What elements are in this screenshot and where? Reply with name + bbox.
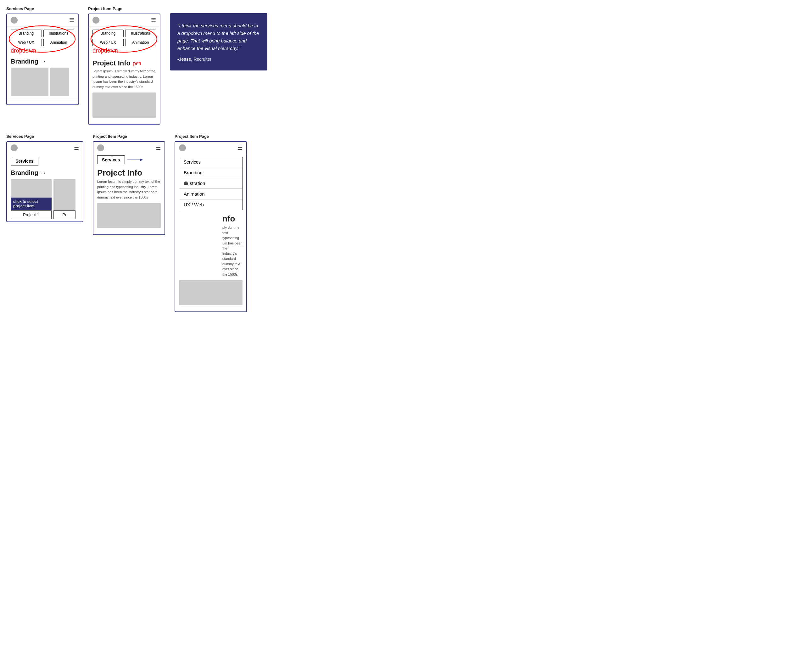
- hamburger-2: ☰: [151, 17, 156, 24]
- lorem-text-2: Lorem Ipsum is simply dummy text of the …: [89, 69, 160, 92]
- top-row: Services Page ☰ Branding Illustrations W…: [6, 6, 398, 124]
- project-info-title-3: Project Info: [93, 165, 164, 179]
- spacer-3: [93, 231, 164, 234]
- quote-author-name: -Jesse,: [177, 57, 192, 62]
- placeholder-row-1: [7, 68, 78, 99]
- spacer-1: [7, 101, 78, 104]
- dropdown-item-services[interactable]: Services: [179, 157, 242, 167]
- nav-buttons-area-2: Branding Illustrations Web / UX Animatio…: [89, 27, 160, 46]
- placeholder-img-5: [179, 280, 243, 305]
- branding-row-1: Branding →: [7, 57, 78, 68]
- placeholder-img-3: [92, 92, 156, 118]
- bottom-project-label-2: Project Item Page: [175, 134, 209, 139]
- nav-btn-branding-1[interactable]: Branding: [11, 30, 42, 37]
- avatar-5: [179, 144, 186, 151]
- arrow-right-icon: [128, 157, 143, 162]
- placeholder-img-2: [50, 68, 69, 96]
- project-items-area: click to select project item Project 1 P…: [7, 179, 83, 222]
- services-row-4: Services: [93, 154, 164, 165]
- quote-text: "I think the services menu should be in …: [177, 22, 260, 52]
- placeholder-img-1: [11, 68, 49, 96]
- avatar-4: [97, 144, 104, 151]
- bottom-services-label: Services Page: [6, 134, 34, 139]
- phone-header-3: ☰: [7, 142, 83, 154]
- nav-btn-webux-1[interactable]: Web / UX: [11, 39, 42, 46]
- bottom-row: Services Page ☰ Services Branding →: [6, 134, 398, 312]
- dropdown-text-2: dropdown: [89, 46, 160, 57]
- project-info-text-2: Project Info: [92, 59, 131, 67]
- bottom-project-label-1: Project Item Page: [93, 134, 127, 139]
- phone-header-5: ☰: [175, 142, 246, 154]
- lorem-text-3: Lorem Ipsum is simply dummy text of the …: [93, 179, 164, 203]
- bottom-project-page-2: Project Item Page ☰ Services Branding Il…: [175, 134, 247, 312]
- quote-author: -Jesse, Recruiter: [177, 57, 260, 62]
- nav-btn-animation-1[interactable]: Animation: [44, 39, 75, 46]
- divider-1: [7, 100, 78, 100]
- project-items-row: click to select project item Project 1 P…: [11, 179, 79, 219]
- project-placeholder-2: [54, 179, 76, 210]
- services-button-2[interactable]: Services: [97, 155, 125, 164]
- top-services-page: Services Page ☰ Branding Illustrations W…: [6, 6, 79, 105]
- top-services-phone: ☰ Branding Illustrations Web / UX Animat…: [6, 13, 79, 105]
- top-project-page: Project Item Page ☰ Branding Illustratio…: [88, 6, 160, 124]
- dropdown-item-animation[interactable]: Animation: [179, 189, 242, 200]
- quote-author-role: Recruiter: [193, 57, 211, 62]
- branding-row-3: Branding →: [7, 168, 83, 179]
- nav-btn-webux-2[interactable]: Web / UX: [92, 39, 124, 46]
- top-services-label: Services Page: [6, 6, 34, 11]
- spacer-2: [89, 121, 160, 124]
- nav-buttons-area-1: Branding Illustrations Web / UX Animatio…: [7, 27, 78, 46]
- services-button-1[interactable]: Services: [11, 157, 39, 165]
- dropdown-item-uxweb[interactable]: UX / Web: [179, 200, 242, 210]
- project-2-label: Pr: [54, 210, 76, 219]
- bottom-services-phone: ☰ Services Branding → click to select pr…: [6, 141, 83, 222]
- click-badge[interactable]: click to select project item: [11, 198, 52, 210]
- dropdown-item-branding[interactable]: Branding: [179, 167, 242, 178]
- top-project-label: Project Item Page: [88, 6, 123, 11]
- hamburger-1: ☰: [69, 17, 74, 24]
- project-info-text-3: Project Info: [97, 168, 142, 178]
- quote-box: "I think the services menu should be in …: [170, 13, 267, 71]
- main-layout: Services Page ☰ Branding Illustrations W…: [6, 6, 398, 312]
- avatar-3: [11, 144, 18, 151]
- hamburger-3: ☰: [74, 144, 79, 151]
- dropdown-item-illustration[interactable]: Illustration: [179, 178, 242, 189]
- phone-header-2: ☰: [89, 14, 160, 27]
- nav-btn-illustrations-1[interactable]: Illustrations: [44, 30, 75, 37]
- phone-header-4: ☰: [93, 142, 164, 154]
- nav-btn-illustrations-2[interactable]: Illustrations: [125, 30, 156, 37]
- avatar-2: [92, 17, 99, 24]
- nav-grid-1: Branding Illustrations Web / UX Animatio…: [11, 30, 74, 46]
- project-item-left: click to select project item Project 1: [11, 179, 52, 219]
- nav-btn-animation-2[interactable]: Animation: [125, 39, 156, 46]
- nav-btn-branding-2[interactable]: Branding: [92, 30, 124, 37]
- project-info-partial: nfo: [175, 213, 246, 225]
- top-project-phone: ☰ Branding Illustrations Web / UX Animat…: [88, 13, 160, 124]
- pen-annotation-2: pen: [133, 60, 141, 67]
- placeholder-img-4: [97, 203, 161, 228]
- project-item-right: Pr: [54, 179, 76, 219]
- bottom-project-phone-1: ☰ Services Project Info Lorem Ipsum is s…: [93, 141, 165, 235]
- nav-grid-2: Branding Illustrations Web / UX Animatio…: [92, 30, 156, 46]
- phone-header-1: ☰: [7, 14, 78, 27]
- project-info-title-2: Project Info pen: [89, 57, 160, 69]
- avatar-1: [11, 17, 18, 24]
- lorem-partial: ply dummy text typesetting um has been t…: [175, 225, 246, 280]
- bottom-project-page-1: Project Item Page ☰ Services: [93, 134, 165, 235]
- bottom-services-page: Services Page ☰ Services Branding →: [6, 134, 83, 222]
- spacer-4: [175, 308, 246, 311]
- project-1-label: Project 1: [11, 210, 52, 219]
- dropdown-menu: Services Branding Illustration Animation…: [179, 157, 243, 210]
- bottom-project-phone-2: ☰ Services Branding Illustration Animati…: [175, 141, 247, 312]
- svg-marker-3: [140, 159, 143, 161]
- hamburger-4: ☰: [156, 144, 161, 151]
- dropdown-text-1: dropdown: [7, 46, 78, 57]
- hamburger-5: ☰: [237, 144, 243, 151]
